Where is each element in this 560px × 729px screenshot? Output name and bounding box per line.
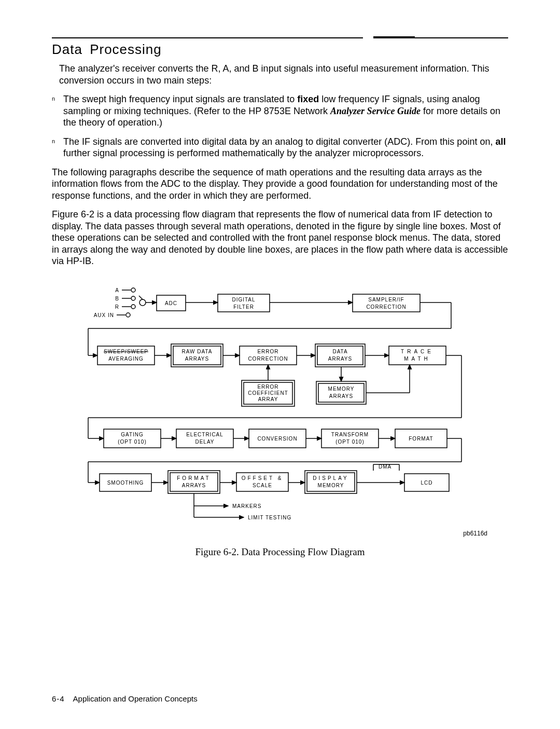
sampler-l2: CORRECTION <box>366 304 406 310</box>
list-item: n The IF signals are converted into digi… <box>52 136 508 159</box>
bullet-italic-bold: Analyzer Service Guide <box>330 106 421 116</box>
header-rule <box>52 36 508 38</box>
offset-l1: OFFSET & <box>242 475 284 481</box>
page-number: 6-4 <box>52 694 65 703</box>
input-aux-label: AUX IN <box>94 312 114 318</box>
svg-line-9 <box>139 296 143 299</box>
sampler-l1: SAMPLER/IF <box>368 297 404 302</box>
limit-label: LIMIT TESTING <box>248 515 291 520</box>
offset-l2: SCALE <box>253 483 272 488</box>
bullet-plain: HP 8753E Network <box>248 106 330 116</box>
data-l2: ARRAYS <box>328 356 352 362</box>
bullet-list: n The swept high frequency input signals… <box>52 93 508 159</box>
svg-point-1 <box>131 288 135 292</box>
bullet-text-pre: The IF signals are converted into digita… <box>63 136 495 147</box>
errcoef-l2: COEFFICIENT <box>248 390 288 396</box>
errcoef-l3: ARRAY <box>258 396 278 402</box>
farr-l1: FORMAT <box>177 475 211 481</box>
digital-filter-l2: FILTER <box>233 304 254 310</box>
figure-caption: Figure 6-2. Data Processing Flow Diagram <box>52 546 508 558</box>
gating-l2: (OPT 010) <box>118 439 147 445</box>
errcoef-l1: ERROR <box>257 384 278 390</box>
svg-point-7 <box>126 313 130 317</box>
adc-label: ADC <box>165 300 177 306</box>
trace-l1: TRACE <box>401 349 434 354</box>
svg-point-5 <box>131 305 135 309</box>
format-label: FORMAT <box>409 436 433 442</box>
edelay-l1: ELECTRICAL <box>186 432 223 437</box>
conv-label: CONVERSION <box>257 436 297 442</box>
gating-l1: GATING <box>121 432 144 437</box>
paragraph: The following paragraphs describe the se… <box>52 167 508 202</box>
figure-6-2: A B R AUX IN ADC DIGITAL FILTER SAMPLER/… <box>52 283 508 558</box>
sweep-l1: SWEEP/SWEEP <box>104 349 148 354</box>
trace-l2: MATH <box>404 356 431 362</box>
smooth-label: SMOOTHING <box>107 480 144 486</box>
svg-point-8 <box>139 299 146 306</box>
paragraph: Figure 6-2 is a data processing flow dia… <box>52 209 508 267</box>
input-b-label: B <box>115 296 119 301</box>
raw-l2: ARRAYS <box>185 356 209 362</box>
bullet-bold: fixed <box>297 94 319 104</box>
input-a-label: A <box>115 287 119 293</box>
page-footer: 6-4 Application and Operation Concepts <box>52 694 198 703</box>
disp-l2: MEMORY <box>318 483 344 488</box>
error-l2: CORRECTION <box>248 356 288 362</box>
mem-l1: MEMORY <box>328 386 355 392</box>
section-title: Data Processing <box>52 42 508 58</box>
raw-l1: RAW DATA <box>182 349 213 354</box>
lcd-label: LCD <box>421 480 432 486</box>
bullet-marker: n <box>52 95 55 103</box>
list-item: n The swept high frequency input signals… <box>52 93 508 129</box>
error-l1: ERROR <box>257 349 278 354</box>
flow-diagram: A B R AUX IN ADC DIGITAL FILTER SAMPLER/… <box>67 283 493 527</box>
digital-filter-l1: DIGITAL <box>232 297 255 302</box>
sweep-l2: AVERAGING <box>108 356 144 362</box>
bullet-marker: n <box>52 138 55 145</box>
bullet-bold: all <box>495 136 506 147</box>
trans-l1: TRANSFORM <box>331 432 369 437</box>
markers-label: MARKERS <box>232 503 261 509</box>
mem-l2: ARRAYS <box>329 393 353 399</box>
disp-l1: DISPLAY <box>313 475 349 481</box>
data-l1: DATA <box>332 349 347 354</box>
intro-paragraph: The analyzer's receiver converts the R, … <box>59 63 508 86</box>
input-r-label: R <box>115 304 119 310</box>
footer-label: Application and Operation Concepts <box>73 694 198 703</box>
farr-l2: ARRAYS <box>182 483 206 488</box>
bullet-text-pre: The swept high frequency input signals a… <box>63 94 297 104</box>
svg-point-3 <box>131 296 135 300</box>
trans-l2: (OPT 010) <box>335 439 365 445</box>
bullet-text-mid: further signal processing is performed m… <box>63 148 424 158</box>
edelay-l2: DELAY <box>195 439 214 445</box>
diagram-id: pb6116d <box>52 530 508 537</box>
